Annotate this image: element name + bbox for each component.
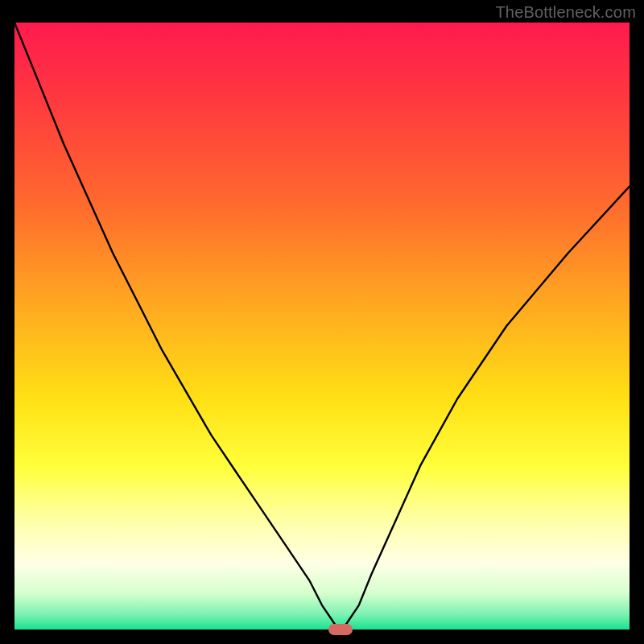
chart-svg	[14, 23, 630, 630]
optimal-point-marker	[328, 624, 353, 635]
gradient-background	[14, 23, 630, 630]
chart-frame: TheBottleneck.com	[0, 0, 644, 644]
watermark-text: TheBottleneck.com	[495, 3, 636, 22]
plot-area	[14, 23, 630, 630]
